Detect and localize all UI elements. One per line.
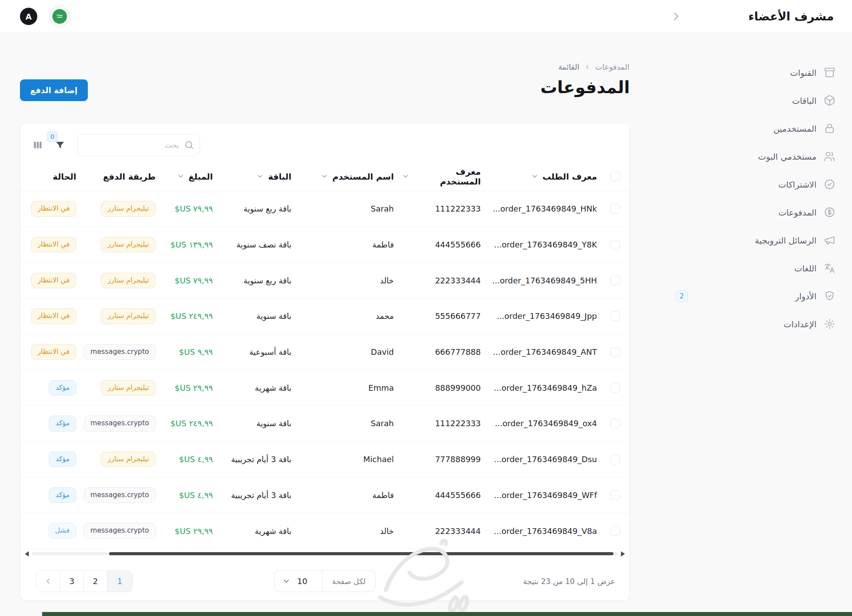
table-row[interactable]: ...order_1763469849_hZa 888999000 Emma ب… [20,370,629,406]
package-name: باقة سنوية [256,419,291,428]
row-checkbox[interactable] [610,490,620,500]
package-name: باقة ربع سنوية [243,276,291,285]
columns-toggle-button[interactable] [31,138,44,152]
sidebar-item-roles[interactable]: الأدوار 2 [666,282,852,310]
table-header-row: معرف الطلب معرف المستخدم اسم المستخدم ال… [20,162,629,191]
table-row[interactable]: ...order_1763469849_Dsu 777888999 Michae… [20,442,629,478]
table-toolbar: 0 [31,134,200,156]
sidebar-item-packages[interactable]: الباقات [666,86,852,114]
gear-icon [824,318,836,330]
column-header-order_id[interactable]: معرف الطلب [485,162,601,191]
sidebar-item-subscriptions[interactable]: الاشتراكات [666,170,852,198]
row-checkbox[interactable] [610,383,620,392]
table-row[interactable]: ...order_1763469849_V8a 222333444 خالد ب… [20,513,629,549]
table-row[interactable]: ...order_1763469849_HNk 111222333 Sarah … [20,191,629,227]
sidebar-item-label: الرسائل الترويجية [755,235,817,245]
status-badge: فشل [48,523,76,538]
chevron-right-icon [670,11,682,22]
breadcrumb-section[interactable]: المدفوعات [595,63,629,71]
row-checkbox[interactable] [610,275,620,285]
package-icon [824,94,836,106]
per-page-select[interactable]: 10 لكل صفحة [274,570,376,592]
footer-bar [42,612,852,616]
header-checkbox-cell [601,162,629,191]
username: Sarah [371,204,394,213]
column-header-username[interactable]: اسم المستخدم [295,162,398,191]
column-header-method[interactable]: طريقة الدفع [80,162,160,191]
column-header-user_id[interactable]: معرف المستخدم [398,162,485,191]
scrollbar-thumb[interactable] [109,552,613,555]
select-all-checkbox[interactable] [610,172,620,181]
sidebar-item-languages[interactable]: اللغات [666,254,852,282]
amount: $US ٢٤٩,٩٩ [170,311,213,321]
filter-button[interactable]: 0 [53,138,67,152]
package-name: باقة أسبوعية [249,347,291,357]
table-row[interactable]: ...order_1763469849_5HH 222333444 خالد ب… [20,263,629,298]
row-checkbox[interactable] [610,311,620,321]
search-icon [184,140,194,150]
page-button-2[interactable]: 2 [83,571,107,592]
add-payment-button[interactable]: إضافة الدفع [20,79,88,101]
payment-method-badge: تيليجرام ستارز [101,308,156,324]
user-id: 555666777 [435,311,481,321]
column-header-amount[interactable]: المبلغ [160,162,217,191]
row-checkbox[interactable] [610,419,620,428]
row-checkbox[interactable] [610,204,620,214]
table-row[interactable]: ...order_1763469849_Jpp 555666777 محمد ب… [20,298,629,334]
columns-icon [32,139,43,151]
sidebar-item-label: القنوات [790,68,817,78]
status-badge: في الانتظار [31,273,76,288]
sidebar-item-users[interactable]: المستخدمين [666,114,852,142]
row-checkbox[interactable] [610,347,620,357]
results-summary: عرض 1 إلى 10 من 23 نتيجة [523,577,615,586]
row-checkbox[interactable] [610,526,620,536]
sidebar-item-promo-messages[interactable]: الرسائل الترويجية [666,226,852,254]
page-title: المدفوعات [540,78,630,98]
order-id: ...order_1763469849_hZa [494,383,597,392]
status-badge: في الانتظار [31,201,76,216]
user-id: 222333444 [435,276,481,285]
chevron-down-icon [256,173,264,180]
language-switcher[interactable] [49,6,70,27]
username: محمد [376,311,394,321]
column-header-package[interactable]: الباقة [217,162,295,191]
package-name: باقة شهرية [255,383,291,392]
search-input[interactable] [77,134,200,156]
table-row[interactable]: ...order_1763469849_ox4 111222333 Sarah … [20,406,629,442]
table-row[interactable]: ...order_1763469849_ANT 666777888 David … [20,334,629,370]
table-row[interactable]: ...order_1763469849_Y8K 444555666 فاطمة … [20,227,629,263]
breadcrumb: المدفوعات القائمة [558,63,629,71]
sidebar-item-settings[interactable]: الإعدادات [666,310,852,338]
row-checkbox[interactable] [610,455,620,464]
user-id: 666777888 [435,347,481,357]
order-id: ...order_1763469849_Y8K [494,240,597,249]
row-checkbox[interactable] [610,240,620,250]
sidebar-item-payments[interactable]: المدفوعات [666,198,852,226]
user-avatar[interactable]: A [20,8,37,25]
payment-method-badge: تيليجرام ستارز [101,451,156,467]
order-id: ...order_1763469849_V8a [494,526,597,536]
scroll-left-arrow-icon[interactable] [25,551,29,557]
sidebar-collapse-button[interactable] [670,11,682,22]
package-name: باقة سنوية [256,311,291,321]
page-button-1[interactable]: 1 [107,571,132,592]
sidebar-item-label: اللغات [794,263,817,273]
username: Emma [369,383,394,392]
column-header-status[interactable]: الحالة [20,162,80,191]
payment-method-badge: تيليجرام ستارز [101,380,156,396]
sidebar-item-bot-users[interactable]: مستخدمي البوت [666,142,852,170]
sidebar-item-channels[interactable]: القنوات [666,59,852,86]
user-id: 444555666 [435,490,481,500]
scroll-right-arrow-icon[interactable] [621,551,625,557]
sidebar-item-label: مستخدمي البوت [758,152,817,161]
status-badge: مؤكد [49,380,76,396]
chevron-down-icon [402,173,409,180]
sidebar-item-label: الاشتراكات [778,180,817,189]
table-row[interactable]: ...order_1763469849_WFf 444555666 فاطمة … [20,478,629,514]
prev-page-button[interactable] [36,571,60,592]
table-body: ...order_1763469849_HNk 111222333 Sarah … [20,191,629,549]
page-button-3[interactable]: 3 [60,571,83,592]
amount: $US ٢٤٩,٩٩ [170,419,213,428]
package-name: باقة ربع سنوية [243,204,291,213]
sidebar-nav: القنوات الباقات المستخدمين مستخدمي البوت… [666,33,852,616]
